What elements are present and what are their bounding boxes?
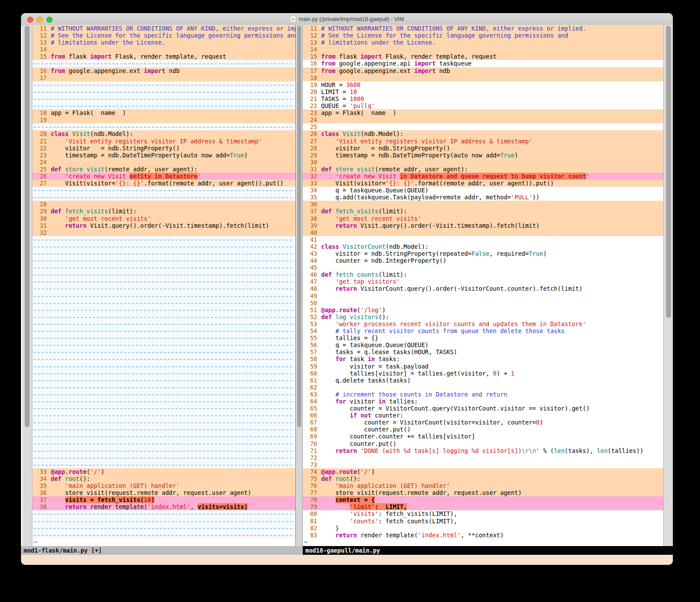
code-line[interactable]: 35 q.add(taskqueue.Task(payload=remote_a… (303, 194, 663, 201)
code-line[interactable]: 83 return render_template('index.html', … (303, 532, 663, 539)
code-line[interactable]: 18 (303, 74, 663, 81)
code-line[interactable]: 29 timestamp = ndb.DateTimeProperty(auto… (303, 152, 663, 159)
left-scrollbar-thumb[interactable] (25, 26, 30, 427)
code-line[interactable]: 51@app.route('/log') (303, 306, 663, 313)
code-line[interactable]: 33 Visit(visitor='{}: {}'.format(remote_… (303, 180, 663, 187)
code-line[interactable]: 28 visitor = ndb.StringProperty() (303, 145, 663, 152)
code-line[interactable]: 62 (303, 384, 663, 391)
code-line[interactable]: 67 counter = VisitorCount(visitor=visito… (303, 419, 663, 426)
code-line[interactable]: 22QUEUE = 'pullq' (303, 102, 663, 109)
code-line[interactable]: 36 (303, 201, 663, 208)
titlebar[interactable]: v main.py (/private/tmp/mod18-gaepull) -… (21, 13, 673, 25)
code-line[interactable]: 33@app.route('/') (32, 468, 295, 475)
code-line[interactable]: 19 (32, 116, 295, 123)
code-line[interactable]: 12# See the License for the specific lan… (303, 32, 663, 39)
code-line[interactable]: 11# WITHOUT WARRANTIES OR CONDITIONS OF … (303, 25, 663, 32)
code-line[interactable]: 55 tallies = {} (303, 334, 663, 341)
code-line[interactable]: 37def fetch_visits(limit): (303, 208, 663, 215)
right-editor-pane[interactable]: 11# WITHOUT WARRANTIES OR CONDITIONS OF … (303, 25, 663, 546)
code-line[interactable]: 15from flask import Flask, render_templa… (303, 53, 663, 60)
code-line[interactable]: 46def fetch_counts(limit): (303, 271, 663, 278)
code-line[interactable]: 27 Visit(visitor='{}: {}'.format(remote_… (32, 180, 295, 187)
code-line[interactable]: 30 (303, 159, 663, 166)
code-line[interactable]: 31def store_visit(remote_addr, user_agen… (303, 166, 663, 173)
code-line[interactable]: 72 (303, 454, 663, 461)
code-line[interactable]: 32 (32, 229, 295, 236)
code-line[interactable]: 31 return Visit.query().order(-Visit.tim… (32, 222, 295, 229)
code-line[interactable]: 38 return render_template('index.html', … (32, 503, 295, 510)
code-line[interactable]: 54 # tally recent visitor counts from qu… (303, 327, 663, 334)
code-line[interactable]: 74@app.route('/') (303, 468, 663, 475)
code-line[interactable]: 73 (303, 461, 663, 468)
minimize-button[interactable] (37, 17, 43, 23)
code-line[interactable]: 21TASKS = 1000 (303, 95, 663, 102)
code-line[interactable]: 58 for task in tasks: (303, 355, 663, 362)
code-line[interactable]: 41 (303, 236, 663, 243)
code-line[interactable]: 57 tasks = q.lease_tasks(HOUR, TASKS) (303, 348, 663, 355)
code-line[interactable]: 78 context = { (303, 496, 663, 503)
code-line[interactable]: 15from flask import Flask, render_templa… (32, 53, 295, 60)
code-line[interactable]: 77 store_visit(request.remote_addr, requ… (303, 489, 663, 496)
left-scrollbar[interactable] (22, 25, 32, 546)
code-line[interactable]: 29def fetch_visits(limit): (32, 208, 295, 215)
code-line[interactable]: 56 q = taskqueue.Queue(QUEUE) (303, 341, 663, 348)
code-line[interactable]: 76 'main application (GET) handler' (303, 482, 663, 489)
code-line[interactable]: 34 q = taskqueue.Queue(QUEUE) (303, 187, 663, 194)
code-line[interactable]: 16from google.appengine.ext import ndb (32, 67, 295, 74)
code-line[interactable]: 44 counter = ndb.IntegerProperty() (303, 257, 663, 264)
code-line[interactable]: 12# See the License for the specific lan… (32, 32, 295, 39)
code-line[interactable]: 16from google.appengine.api import taskq… (303, 60, 663, 67)
zoom-button[interactable] (46, 17, 52, 23)
code-line[interactable]: 71 return 'DONE (with %d task[s] logging… (303, 447, 663, 454)
code-line[interactable]: 23app = Flask(__name__) (303, 109, 663, 116)
code-line[interactable]: 48 return VisitorCount.query().order(-Vi… (303, 285, 663, 292)
code-line[interactable]: 26 'create new Visit entity in Datastore… (32, 173, 295, 180)
code-line[interactable]: 63 # increment those counts in Datastore… (303, 391, 663, 398)
code-line[interactable]: 21 'Visit entity registers visitor IP ad… (32, 138, 295, 145)
code-line[interactable]: 53 'worker processes recent visitor coun… (303, 320, 663, 327)
code-line[interactable]: 18app = Flask(__name__) (32, 109, 295, 116)
code-line[interactable]: 49 (303, 292, 663, 299)
code-line[interactable]: 42class VisitorCount(ndb.Model): (303, 243, 663, 250)
code-line[interactable]: 70 counter.put() (303, 440, 663, 447)
middle-scrollbar[interactable] (295, 25, 303, 546)
code-line[interactable]: 60 tallies[visitor] = tallies.get(visito… (303, 370, 663, 377)
code-line[interactable]: 52def log_visitors(): (303, 313, 663, 320)
code-line[interactable]: 28 (32, 201, 295, 208)
code-line[interactable]: 68 counter.put() (303, 426, 663, 433)
code-line[interactable]: 30 'get most recent visits' (32, 215, 295, 222)
code-line[interactable]: 50 (303, 299, 663, 306)
code-line[interactable]: 81 'counts': fetch_counts(LIMIT), (303, 518, 663, 525)
code-line[interactable]: 24 (303, 116, 663, 123)
code-line[interactable]: 14 (303, 46, 663, 53)
code-line[interactable]: 45 (303, 264, 663, 271)
code-line[interactable]: 34def root(): (32, 475, 295, 482)
code-line[interactable]: 20class Visit(ndb.Model): (32, 130, 295, 137)
code-line[interactable]: 37 visits = fetch_visits(10) (32, 496, 295, 503)
right-scrollbar-thumb[interactable] (666, 26, 671, 318)
close-button[interactable] (27, 17, 33, 23)
code-line[interactable]: 59 visitor = task.payload (303, 363, 663, 370)
code-line[interactable]: 19HOUR = 3600 (303, 81, 663, 88)
code-line[interactable]: 23 timestamp = ndb.DateTimeProperty(auto… (32, 152, 295, 159)
code-line[interactable]: 64 for visitor in tallies: (303, 398, 663, 405)
code-line[interactable]: 80 'visits': fetch_visits(LIMIT), (303, 510, 663, 517)
code-line[interactable]: 20LIMIT = 10 (303, 88, 663, 95)
code-line[interactable]: 69 counter.counter += tallies[visitor] (303, 433, 663, 440)
code-line[interactable]: 75def root(): (303, 475, 663, 482)
code-line[interactable]: 13# limitations under the License. (303, 39, 663, 46)
code-line[interactable]: 32 'create new Visit in Datastore and qu… (303, 173, 663, 180)
code-line[interactable]: 17 (32, 74, 295, 81)
code-line[interactable]: 27 'Visit entity registers visitor IP ad… (303, 138, 663, 145)
code-line[interactable]: 24 (32, 159, 295, 166)
left-editor-pane[interactable]: 11# WITHOUT WARRANTIES OR CONDITIONS OF … (32, 25, 295, 546)
code-line[interactable]: 35 'main application (GET) handler' (32, 482, 295, 489)
code-line[interactable]: 25 (303, 123, 663, 130)
code-line[interactable]: 22 visitor = ndb.StringProperty() (32, 145, 295, 152)
code-line[interactable]: 43 visitor = ndb.StringProperty(repeated… (303, 250, 663, 257)
code-line[interactable]: 13# limitations under the License. (32, 39, 295, 46)
code-line[interactable]: 40 (303, 229, 663, 236)
code-line[interactable]: 26class Visit(ndb.Model): (303, 130, 663, 137)
code-line[interactable]: 25def store_visit(remote_addr, user_agen… (32, 166, 295, 173)
code-line[interactable]: 65 counter = VisitorCount.query(VisitorC… (303, 405, 663, 412)
